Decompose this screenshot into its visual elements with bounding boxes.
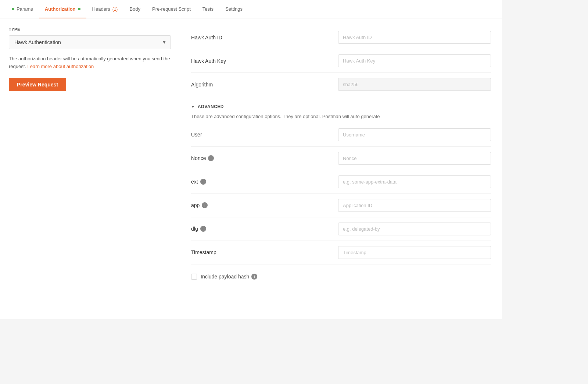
hawk-auth-id-row: Hawk Auth ID xyxy=(191,26,491,49)
tab-settings[interactable]: Settings xyxy=(219,0,248,18)
type-select-wrapper: Hawk Authentication ▼ xyxy=(9,35,171,49)
algorithm-label: Algorithm xyxy=(191,82,331,88)
user-row: User xyxy=(191,123,491,147)
nonce-row: Nonce i xyxy=(191,147,491,170)
main-content: TYPE Hawk Authentication ▼ The authoriza… xyxy=(0,18,502,319)
learn-more-link[interactable]: Learn more about authorization xyxy=(28,64,94,69)
preview-request-button[interactable]: Preview Request xyxy=(9,78,66,91)
hawk-auth-id-input[interactable] xyxy=(338,31,491,44)
advanced-section: ▼ ADVANCED These are advanced configurat… xyxy=(191,99,491,282)
tab-body[interactable]: Body xyxy=(123,0,146,18)
type-label: TYPE xyxy=(9,27,171,32)
hawk-auth-key-input[interactable] xyxy=(338,54,491,67)
payload-hash-checkbox[interactable] xyxy=(191,274,197,280)
dlg-row: dlg i xyxy=(191,217,491,241)
hawk-auth-key-label: Hawk Auth Key xyxy=(191,58,331,64)
advanced-toggle[interactable]: ▼ ADVANCED xyxy=(191,104,224,109)
params-dot xyxy=(12,8,14,10)
ext-info-icon[interactable]: i xyxy=(200,179,206,185)
algorithm-input[interactable] xyxy=(338,78,491,91)
app-info-icon[interactable]: i xyxy=(202,202,208,208)
app-label: app i xyxy=(191,202,331,208)
tab-bar: Params Authorization Headers (1) Body Pr… xyxy=(0,0,502,18)
auth-description: The authorization header will be automat… xyxy=(9,55,171,71)
tab-authorization[interactable]: Authorization xyxy=(39,0,86,18)
ext-row: ext i xyxy=(191,170,491,194)
hawk-auth-key-row: Hawk Auth Key xyxy=(191,49,491,73)
ext-label: ext i xyxy=(191,179,331,185)
nonce-info-icon[interactable]: i xyxy=(208,155,214,161)
advanced-chevron-icon: ▼ xyxy=(191,105,195,109)
tab-tests[interactable]: Tests xyxy=(197,0,219,18)
timestamp-row: Timestamp xyxy=(191,241,491,264)
nonce-input[interactable] xyxy=(338,152,491,165)
section-divider xyxy=(191,266,491,266)
ext-input[interactable] xyxy=(338,175,491,188)
advanced-title: ADVANCED xyxy=(198,104,224,109)
dlg-info-icon[interactable]: i xyxy=(200,226,206,232)
user-input[interactable] xyxy=(338,128,491,141)
payload-hash-label: Include payload hash i xyxy=(201,274,257,280)
type-select[interactable]: Hawk Authentication xyxy=(9,35,171,49)
nonce-label: Nonce i xyxy=(191,155,331,161)
hawk-auth-id-label: Hawk Auth ID xyxy=(191,35,331,40)
advanced-description: These are advanced configuration options… xyxy=(191,113,491,120)
tab-pre-request-script[interactable]: Pre-request Script xyxy=(146,0,197,18)
timestamp-input[interactable] xyxy=(338,246,491,259)
timestamp-label: Timestamp xyxy=(191,249,331,255)
dlg-input[interactable] xyxy=(338,223,491,235)
tab-params[interactable]: Params xyxy=(6,0,39,18)
right-panel: Hawk Auth ID Hawk Auth Key Algorithm xyxy=(180,18,502,319)
app-input[interactable] xyxy=(338,199,491,212)
app-row: app i xyxy=(191,194,491,217)
algorithm-row: Algorithm xyxy=(191,73,491,96)
payload-hash-info-icon[interactable]: i xyxy=(251,274,257,280)
dlg-label: dlg i xyxy=(191,226,331,232)
left-panel: TYPE Hawk Authentication ▼ The authoriza… xyxy=(0,18,180,319)
payload-hash-row: Include payload hash i xyxy=(191,268,491,282)
user-label: User xyxy=(191,132,331,138)
basic-fields-section: Hawk Auth ID Hawk Auth Key Algorithm xyxy=(191,26,491,96)
tab-headers[interactable]: Headers (1) xyxy=(86,0,124,18)
authorization-dot xyxy=(78,8,80,10)
advanced-header-row: ▼ ADVANCED xyxy=(191,99,491,113)
